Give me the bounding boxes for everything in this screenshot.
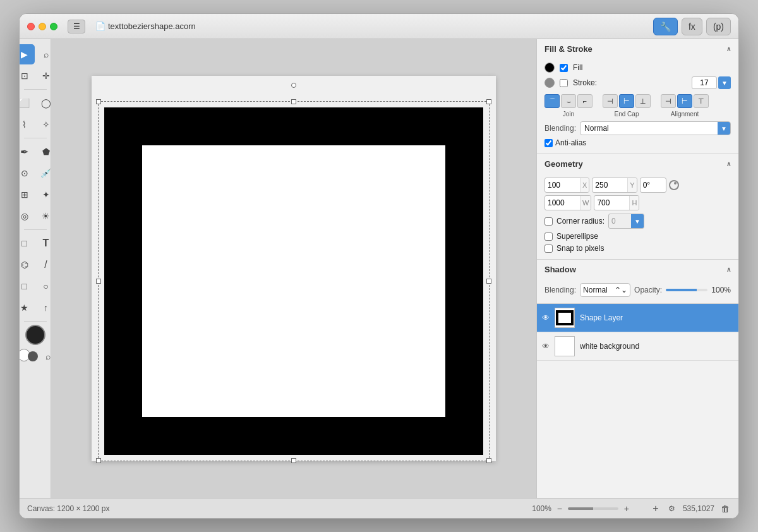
tool-text[interactable]: T [36,233,52,253]
snap-checkbox[interactable] [544,245,553,253]
script-button[interactable]: (p) [706,18,731,35]
tool-crop[interactable]: ⊡ [20,66,35,86]
shadow-header[interactable]: Shadow ∧ [537,260,738,279]
fill-stroke-section: Fill & Stroke ∧ Fill Stroke: [537,39,738,154]
handle-bottom-left[interactable] [96,458,101,463]
w-input[interactable] [545,196,580,210]
join-label: Join [563,111,574,118]
opacity-slider[interactable] [666,289,707,291]
fill-color-swatch[interactable] [544,63,555,73]
zoom-in-btn[interactable]: + [621,503,632,514]
rotation-input[interactable] [641,178,666,192]
canvas-area[interactable] [51,39,536,498]
tool-arrow-shape[interactable]: ↑ [36,298,52,318]
toolbar-buttons: 🔧 fx (p) [653,18,731,35]
align-btn-center[interactable]: ⊢ [677,94,692,108]
layer-item-shape[interactable]: 👁 Shape Layer [537,304,738,332]
add-layer-btn[interactable]: + [650,503,661,514]
fx-button[interactable]: fx [682,18,702,35]
tool-blur[interactable]: ◎ [20,206,35,226]
sidebar-toggle-button[interactable]: ☰ [68,20,85,33]
tool-pen[interactable]: ✒ [20,142,35,162]
alignment-label: Alignment [671,111,699,118]
handle-top-right[interactable] [486,99,491,104]
rotation-dial[interactable] [669,180,679,190]
zoom-out-btn[interactable]: − [554,503,565,514]
tool-zoom[interactable]: ⌕ [36,44,52,64]
shadow-section: Shadow ∧ Blending: Normal ⌃⌄ Opacity: 10… [537,260,738,304]
join-btn-bevel[interactable]: ⌐ [577,94,593,108]
tool-transform[interactable]: ✛ [36,66,52,86]
layer-eye-background[interactable]: 👁 [542,342,550,351]
antialias-checkbox[interactable] [544,139,553,147]
align-btn-inner[interactable]: ⊣ [661,94,676,108]
stroke-input[interactable] [692,76,717,89]
tool-brush[interactable]: ⬟ [36,142,52,162]
tool-star[interactable]: ★ [20,298,35,318]
tool-zoom-small[interactable]: ⌕ [38,346,52,366]
fill-checkbox[interactable] [560,64,568,72]
endcap-btn-round[interactable]: ⊢ [619,94,634,108]
color-mode-btn[interactable] [28,351,38,361]
antialias-row: Anti-alias [544,138,731,147]
endcap-group: ⊣ ⊢ ⊥ End Cap [603,94,651,118]
join-btn-miter[interactable]: ⌒ [544,94,560,108]
tool-bezier-pen[interactable]: ⌬ [20,255,35,275]
handle-top-left[interactable] [96,99,101,104]
h-input[interactable] [594,196,629,210]
close-button[interactable] [27,23,35,30]
tool-sparkle[interactable]: ✦ [36,184,52,205]
geometry-header[interactable]: Geometry ∧ [537,154,738,174]
corner-radius-checkbox[interactable] [544,217,553,226]
stroke-value-wrap: ▼ [692,76,731,89]
stroke-color-swatch[interactable] [544,78,555,88]
properties-button[interactable]: 🔧 [653,18,678,35]
handle-rotate[interactable] [291,83,296,88]
tool-line[interactable]: / [36,255,52,275]
traffic-lights [27,23,57,30]
tool-ellipse[interactable]: ○ [36,276,52,296]
superellipse-checkbox[interactable] [544,233,553,241]
zoom-slider[interactable] [568,507,618,510]
tool-stamp[interactable]: ⊞ [20,184,35,205]
shadow-blending-row: Blending: Normal ⌃⌄ Opacity: 100% [544,283,731,297]
layer-eye-shape[interactable]: 👁 [542,313,550,322]
handle-bottom-right[interactable] [486,458,491,463]
tool-fill[interactable]: ⊙ [20,163,35,183]
tool-select[interactable]: ▶ [20,44,35,64]
corner-radius-dropdown[interactable]: ▼ [631,214,644,228]
layer-item-background[interactable]: 👁 white background [537,332,738,361]
endcap-btn-square[interactable]: ⊥ [635,94,651,108]
foreground-color[interactable] [25,325,45,345]
shadow-blending-select[interactable]: Normal ⌃⌄ [580,283,630,297]
tool-light[interactable]: ☀ [36,206,52,226]
tool-magic-wand[interactable]: ✧ [36,114,52,135]
maximize-button[interactable] [50,23,57,30]
handle-top-center[interactable] [291,99,296,104]
corner-radius-input[interactable] [609,214,631,228]
fill-blending-dropdown[interactable]: ▼ [718,121,730,135]
handle-mid-left[interactable] [96,279,101,284]
stroke-checkbox[interactable] [560,79,568,87]
fill-stroke-header[interactable]: Fill & Stroke ∧ [537,39,738,59]
handle-mid-right[interactable] [486,279,491,284]
tool-lasso[interactable]: ⌇ [20,114,35,135]
tool-rect-select[interactable]: ⬜ [20,93,35,113]
y-input[interactable] [593,178,627,192]
align-btn-outer[interactable]: ⊤ [694,94,709,108]
tool-rect[interactable]: □ [20,276,35,296]
handle-bottom-center[interactable] [291,458,296,463]
shadow-title: Shadow [544,265,576,274]
delete-layer-btn[interactable]: 🗑 [719,503,731,514]
tool-ellipse-select[interactable]: ◯ [36,93,52,113]
x-input[interactable] [545,178,580,192]
tool-shape[interactable]: □ [20,233,35,253]
fill-blending-select[interactable]: Normal ▼ [580,121,731,135]
minimize-button[interactable] [39,23,46,30]
join-btn-round[interactable]: ⌣ [561,94,576,108]
endcap-btn-butt[interactable]: ⊣ [603,94,618,108]
stroke-dropdown-btn[interactable]: ▼ [718,76,731,89]
layers-section: 👁 Shape Layer 👁 white background [537,304,738,498]
tool-eyedropper[interactable]: 💉 [36,163,52,183]
layer-settings-btn[interactable]: ⚙ [666,503,678,514]
